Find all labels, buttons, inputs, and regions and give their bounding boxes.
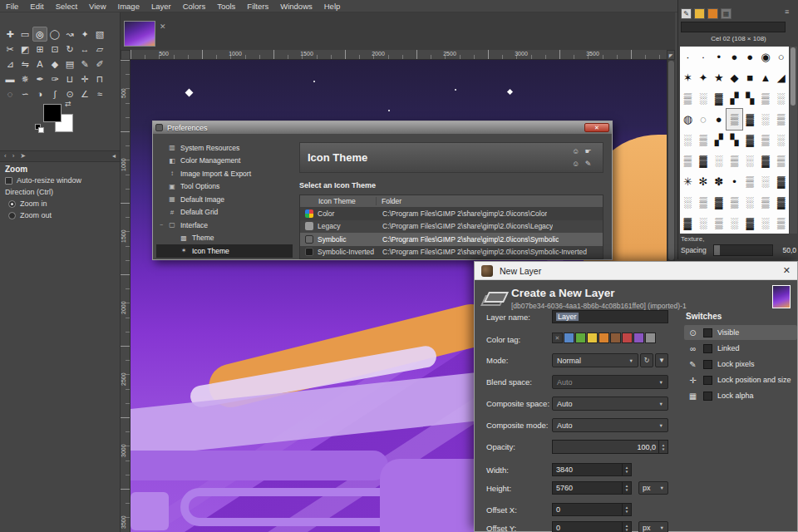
- menu-item[interactable]: Select: [50, 0, 83, 12]
- blend-space-select[interactable]: Auto ▼: [552, 375, 668, 389]
- pencil-tool-icon[interactable]: ✎: [77, 57, 92, 71]
- brush-item[interactable]: ●: [727, 47, 742, 67]
- tree-item-interface[interactable]: − ▢ Interface: [156, 219, 293, 232]
- offset-unit-select[interactable]: px ▼: [638, 521, 668, 532]
- new-layer-close-icon[interactable]: ✕: [783, 265, 791, 276]
- collapse-icon[interactable]: ◂: [112, 151, 116, 161]
- brush-item[interactable]: ○: [773, 47, 789, 67]
- paintbrush-tool-icon[interactable]: ✐: [92, 57, 107, 71]
- mode-group-dropdown-button[interactable]: ▼: [655, 353, 668, 367]
- brush-item[interactable]: ▓: [711, 192, 727, 213]
- brush-item[interactable]: ▒: [680, 150, 696, 171]
- mypaint-brush-tool-icon[interactable]: ✑: [47, 71, 62, 86]
- brush-item[interactable]: ░: [773, 130, 789, 150]
- warp-tool-icon[interactable]: ≈: [92, 86, 107, 101]
- visible-checkbox[interactable]: [703, 328, 712, 337]
- brush-item[interactable]: ▓: [758, 150, 774, 171]
- color-tag-blue[interactable]: [564, 332, 574, 343]
- color-tag-gray[interactable]: [645, 332, 656, 343]
- tree-item-tool-options[interactable]: ▣ Tool Options: [156, 180, 293, 194]
- perspective-clone-tool-icon[interactable]: ⊓: [92, 71, 107, 86]
- brush-item[interactable]: ▓: [680, 213, 696, 234]
- brush-item[interactable]: ◍: [680, 109, 696, 130]
- layer-name-input[interactable]: Layer: [552, 310, 668, 323]
- brush-item[interactable]: ░: [742, 150, 758, 171]
- paths-tool-icon[interactable]: ∫: [47, 86, 62, 101]
- brush-item[interactable]: ▒: [727, 192, 742, 213]
- horizontal-ruler[interactable]: 500100015002000250030003500: [131, 50, 667, 60]
- zoom-tool-icon[interactable]: ◎: [32, 27, 47, 42]
- tree-item-theme[interactable]: ▩ Theme: [156, 232, 293, 245]
- scrollbar-thumb[interactable]: [668, 61, 674, 260]
- switch-lock-pixels[interactable]: ✎ Lock pixels: [684, 357, 797, 372]
- brush-item[interactable]: •: [711, 47, 727, 67]
- dodge-burn-tool-icon[interactable]: ◑: [32, 86, 47, 101]
- brush-item[interactable]: ▚: [727, 130, 742, 150]
- width-spinner[interactable]: ▲ ▼: [622, 464, 631, 475]
- brush-item[interactable]: ✶: [680, 67, 696, 88]
- tree-item-image-import-export[interactable]: ↕ Image Import & Export: [156, 167, 293, 180]
- brush-item[interactable]: ★: [711, 67, 727, 88]
- tree-item-color-management[interactable]: ◧ Color Management: [156, 155, 293, 168]
- width-input[interactable]: 3840 ▲ ▼: [552, 463, 632, 476]
- brush-item[interactable]: ◢: [773, 67, 789, 88]
- mode-select[interactable]: Normal ▼: [552, 353, 638, 367]
- clone-tool-icon[interactable]: ⊔: [62, 71, 77, 86]
- free-select-tool-icon[interactable]: ↝: [62, 27, 77, 42]
- brush-item[interactable]: ▒: [680, 88, 696, 109]
- rectangle-select-tool-icon[interactable]: ▭: [17, 27, 32, 42]
- color-tag-yellow[interactable]: [587, 332, 598, 343]
- spin-down-icon[interactable]: ▼: [625, 470, 628, 474]
- tree-item-icon-theme[interactable]: ✶ Icon Theme: [156, 244, 293, 258]
- heal-tool-icon[interactable]: ✛: [77, 71, 92, 86]
- auto-resize-checkbox[interactable]: [5, 177, 12, 185]
- image-tab-thumbnail[interactable]: [124, 21, 155, 47]
- menu-item[interactable]: Edit: [24, 0, 49, 12]
- dock-menu-icon[interactable]: ≡: [785, 7, 789, 16]
- shear-tool-icon[interactable]: ▱: [92, 42, 107, 57]
- spin-down-icon[interactable]: ▼: [625, 528, 628, 532]
- brush-item[interactable]: •: [727, 171, 742, 192]
- menu-item[interactable]: Layer: [145, 0, 177, 12]
- brush-item[interactable]: ░: [758, 171, 774, 192]
- zoom-out-radio[interactable]: [8, 212, 16, 219]
- brush-item[interactable]: ✻: [696, 171, 712, 192]
- brush-item[interactable]: ✦: [696, 67, 712, 88]
- scale-tool-icon[interactable]: ↔: [77, 42, 92, 57]
- height-unit-select[interactable]: px ▼: [638, 481, 668, 495]
- brush-item[interactable]: ▞: [727, 88, 742, 109]
- brush-item[interactable]: ▓: [773, 192, 789, 213]
- brush-item[interactable]: ░: [680, 130, 696, 150]
- perspective-tool-icon[interactable]: ⊿: [2, 57, 17, 71]
- blur-sharpen-tool-icon[interactable]: ◌: [2, 86, 17, 101]
- menu-item[interactable]: Tools: [211, 0, 241, 12]
- text-tool-icon[interactable]: A: [32, 57, 47, 71]
- new-layer-titlebar[interactable]: New Layer ✕: [475, 262, 797, 280]
- composite-space-select[interactable]: Auto ▼: [552, 397, 668, 411]
- column-icon-theme[interactable]: Icon Theme: [300, 197, 377, 205]
- smudge-tool-icon[interactable]: ∽: [17, 86, 32, 101]
- brush-item[interactable]: ░: [758, 213, 774, 234]
- menu-item[interactable]: View: [83, 0, 111, 12]
- tab-gradients-icon[interactable]: [707, 8, 718, 19]
- switch-visible[interactable]: ⊙ Visible: [684, 325, 797, 340]
- brush-item[interactable]: ▓: [696, 150, 712, 171]
- table-row-legacy[interactable]: Legacy C:\Program Files\GIMP 2\share\gim…: [300, 220, 603, 234]
- canvas-menu-icon[interactable]: ◤: [667, 50, 675, 60]
- tree-item-default-grid[interactable]: # Default Grid: [156, 206, 293, 219]
- brush-item[interactable]: ✽: [711, 171, 727, 192]
- preferences-titlebar[interactable]: Preferences ✕: [153, 121, 612, 134]
- color-tag-red[interactable]: [622, 332, 633, 343]
- nav-left-icon[interactable]: ‹: [4, 151, 7, 161]
- spin-down-icon[interactable]: ▼: [625, 510, 628, 514]
- preferences-close-button[interactable]: ✕: [584, 123, 609, 132]
- brush-item[interactable]: ░: [696, 213, 712, 234]
- opacity-slider[interactable]: 100,0 ▲ ▼: [552, 440, 668, 454]
- composite-mode-select[interactable]: Auto ▼: [552, 418, 668, 432]
- t ab-palettes-icon[interactable]: ▦: [721, 8, 732, 19]
- ink-tool-icon[interactable]: ✒: [32, 71, 47, 86]
- brush-item[interactable]: ░: [742, 192, 758, 213]
- table-row-color[interactable]: Color C:\Program Files\GIMP 2\share\gimp…: [300, 207, 603, 220]
- foreground-color-swatch[interactable]: [43, 104, 62, 122]
- select-by-color-tool-icon[interactable]: ▧: [92, 27, 107, 42]
